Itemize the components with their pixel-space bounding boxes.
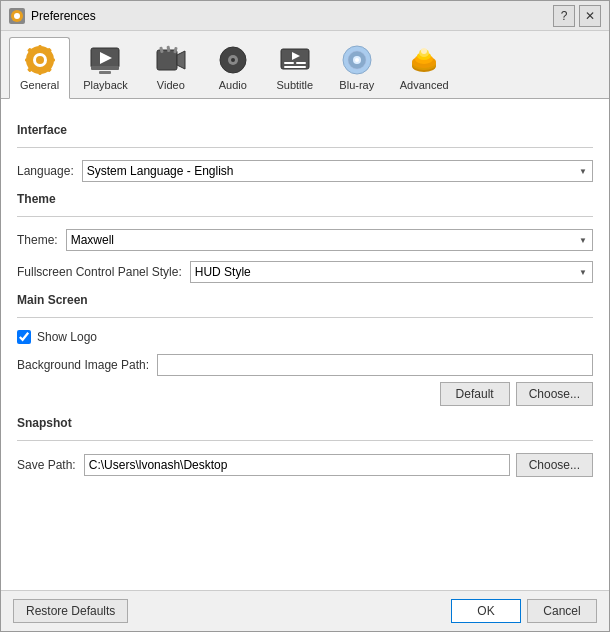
svg-rect-17: [157, 50, 177, 70]
save-path-row: Save Path: Choose...: [17, 453, 593, 477]
language-label: Language:: [17, 164, 74, 178]
general-icon: [24, 44, 56, 76]
snapshot-title: Snapshot: [17, 416, 593, 430]
restore-defaults-button[interactable]: Restore Defaults: [13, 599, 128, 623]
save-path-label: Save Path:: [17, 458, 76, 472]
snapshot-divider: [17, 440, 593, 441]
svg-point-40: [421, 48, 427, 54]
tab-bluray-label: Blu-ray: [339, 79, 374, 91]
snapshot-choose-button[interactable]: Choose...: [516, 453, 593, 477]
theme-divider: [17, 216, 593, 217]
snapshot-section: Snapshot Save Path: Choose...: [17, 416, 593, 477]
svg-rect-26: [284, 62, 294, 64]
interface-divider: [17, 147, 593, 148]
svg-point-1: [14, 13, 20, 19]
main-screen-divider: [17, 317, 593, 318]
bg-image-label: Background Image Path:: [17, 358, 149, 372]
bluray-icon: [341, 44, 373, 76]
interface-title: Interface: [17, 123, 593, 137]
svg-point-33: [355, 58, 359, 62]
fullscreen-row: Fullscreen Control Panel Style: HUD Styl…: [17, 261, 593, 283]
footer: Restore Defaults OK Cancel: [1, 590, 609, 631]
theme-section: Theme Theme: Maxwell Classic Dark Fullsc…: [17, 192, 593, 283]
language-dropdown-wrapper: System Language - English English French…: [82, 160, 593, 182]
advanced-icon: [408, 44, 440, 76]
theme-title: Theme: [17, 192, 593, 206]
subtitle-icon: [279, 44, 311, 76]
save-path-input[interactable]: [84, 454, 510, 476]
main-screen-title: Main Screen: [17, 293, 593, 307]
svg-point-4: [36, 56, 44, 64]
show-logo-checkbox[interactable]: [17, 330, 31, 344]
tab-general[interactable]: General: [9, 37, 70, 99]
svg-rect-7: [25, 59, 29, 62]
language-row: Language: System Language - English Engl…: [17, 160, 593, 182]
audio-icon: [217, 44, 249, 76]
show-logo-label: Show Logo: [37, 330, 97, 344]
svg-marker-18: [177, 51, 185, 69]
bg-choose-button[interactable]: Choose...: [516, 382, 593, 406]
theme-label: Theme:: [17, 233, 58, 247]
tab-playback[interactable]: Playback: [72, 37, 139, 98]
video-icon: [155, 44, 187, 76]
title-bar-buttons: ? ✕: [553, 5, 601, 27]
fullscreen-select[interactable]: HUD Style Classic Style Mini Style: [190, 261, 593, 283]
tab-video-label: Video: [157, 79, 185, 91]
svg-rect-5: [38, 45, 41, 49]
tab-audio[interactable]: Audio: [203, 37, 263, 98]
svg-rect-8: [51, 59, 55, 62]
bg-button-row: Default Choose...: [17, 382, 593, 406]
playback-icon: [89, 44, 121, 76]
fullscreen-dropdown-wrapper: HUD Style Classic Style Mini Style: [190, 261, 593, 283]
tab-subtitle[interactable]: Subtitle: [265, 37, 325, 98]
theme-row: Theme: Maxwell Classic Dark: [17, 229, 593, 251]
tab-general-label: General: [20, 79, 59, 91]
fullscreen-label: Fullscreen Control Panel Style:: [17, 265, 182, 279]
show-logo-row: Show Logo: [17, 330, 593, 344]
theme-dropdown-wrapper: Maxwell Classic Dark: [66, 229, 593, 251]
svg-rect-14: [91, 66, 119, 70]
svg-rect-27: [296, 62, 306, 64]
svg-point-24: [231, 58, 235, 62]
footer-right-buttons: OK Cancel: [451, 599, 597, 623]
main-screen-section: Main Screen Show Logo Background Image P…: [17, 293, 593, 406]
tab-bar: General Playback: [1, 31, 609, 99]
svg-rect-28: [284, 66, 306, 68]
svg-rect-6: [38, 71, 41, 75]
tab-bluray[interactable]: Blu-ray: [327, 37, 387, 98]
default-button[interactable]: Default: [440, 382, 510, 406]
bg-image-row: Background Image Path:: [17, 354, 593, 376]
interface-section: Interface Language: System Language - En…: [17, 123, 593, 182]
bg-image-input[interactable]: [157, 354, 593, 376]
tab-advanced-label: Advanced: [400, 79, 449, 91]
tab-audio-label: Audio: [219, 79, 247, 91]
tab-playback-label: Playback: [83, 79, 128, 91]
tab-video[interactable]: Video: [141, 37, 201, 98]
help-button[interactable]: ?: [553, 5, 575, 27]
theme-select[interactable]: Maxwell Classic Dark: [66, 229, 593, 251]
preferences-window: Preferences ? ✕: [0, 0, 610, 632]
window-title: Preferences: [31, 9, 553, 23]
tab-subtitle-label: Subtitle: [276, 79, 313, 91]
content-area: Interface Language: System Language - En…: [1, 99, 609, 590]
language-select[interactable]: System Language - English English French…: [82, 160, 593, 182]
ok-button[interactable]: OK: [451, 599, 521, 623]
app-icon: [9, 8, 25, 24]
cancel-button[interactable]: Cancel: [527, 599, 597, 623]
title-bar: Preferences ? ✕: [1, 1, 609, 31]
close-button[interactable]: ✕: [579, 5, 601, 27]
svg-rect-15: [99, 71, 111, 74]
tab-advanced[interactable]: Advanced: [389, 37, 460, 98]
